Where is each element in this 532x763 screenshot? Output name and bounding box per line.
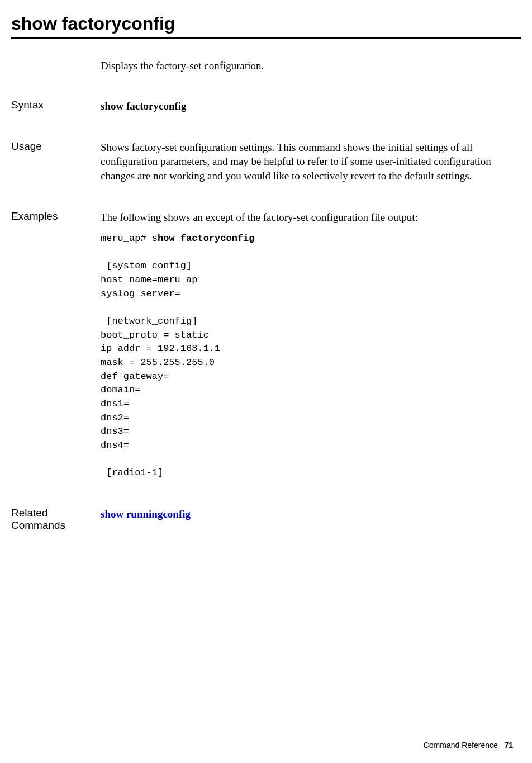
usage-text: Shows factory-set configuration settings… [101,140,513,183]
code-output-line: mask = 255.255.255.0 [101,357,215,368]
title-divider [11,37,521,39]
code-output-line: dns1= [101,399,129,409]
examples-section: Examples The following shows an except o… [11,210,513,480]
examples-label: Examples [11,210,101,222]
page-footer: Command Reference 71 [424,741,513,750]
code-output-line: dns2= [101,413,129,423]
intro-text: Displays the factory-set configuration. [101,60,513,72]
example-code: meru_ap# show factoryconfig [system_conf… [101,232,513,480]
code-output-line: dns3= [101,426,129,437]
code-output-line: host_name=meru_ap [101,274,197,285]
code-output-line: [radio1-1] [101,467,163,478]
footer-page: 71 [504,741,513,750]
content-area: Displays the factory-set configuration. … [11,60,513,532]
usage-label: Usage [11,140,101,153]
code-output-line: def_gateway= [101,371,169,382]
usage-section: Usage Shows factory-set configuration se… [11,140,513,183]
code-output-line: domain= [101,385,140,395]
syntax-value: show factoryconfig [101,99,513,113]
page-title: show factoryconfig [11,13,532,34]
code-command: how factoryconfig [158,233,254,244]
related-body: show runningconfig [101,507,513,522]
code-output-line: [network_config] [101,316,197,326]
examples-intro: The following shows an except of the fac… [101,210,513,225]
code-output-line: ip_addr = 192.168.1.1 [101,343,220,354]
related-link[interactable]: show runningconfig [101,508,191,520]
related-label: Related Commands [11,507,101,532]
related-section: Related Commands show runningconfig [11,507,513,532]
syntax-label: Syntax [11,99,101,111]
examples-body: The following shows an except of the fac… [101,210,513,480]
syntax-section: Syntax show factoryconfig [11,99,513,113]
footer-section: Command Reference [424,741,498,750]
code-output-line: dns4= [101,440,129,451]
code-output-line: syslog_server= [101,288,180,299]
code-prompt: meru_ap# s [101,233,158,244]
code-output-line: boot_proto = static [101,330,209,340]
code-output-line: [system_config] [101,260,192,271]
